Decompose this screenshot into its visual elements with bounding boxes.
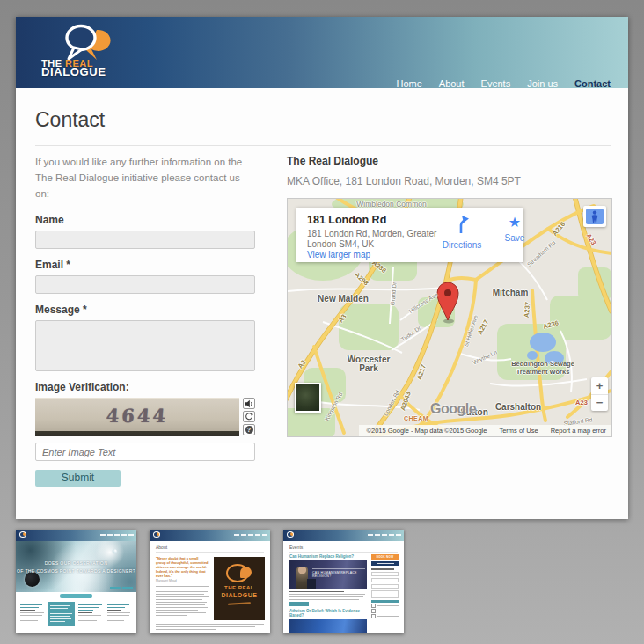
about-quote: "Never doubt that a small group of thoug… xyxy=(156,556,209,578)
map-card-address: 181 London Rd, Morden, Greater London SM… xyxy=(307,229,436,250)
thumb-logo-icon xyxy=(287,531,295,539)
sidebar-textarea xyxy=(371,590,399,598)
thumb-header xyxy=(283,530,404,541)
thumb-nav xyxy=(100,534,134,536)
save-label: Save xyxy=(490,233,539,243)
captcha-code: 4644 xyxy=(35,405,239,427)
map-label-beddington-2: Treatment Works xyxy=(516,368,570,376)
satellite-minimap[interactable] xyxy=(295,383,321,413)
pegman-icon xyxy=(586,209,604,224)
card-divider xyxy=(487,216,487,253)
name-label: Name xyxy=(35,214,255,226)
event-1-title: Can Humanism Replace Religion? xyxy=(289,554,367,559)
hero-line-1: DOES OUR OBSERVATION xyxy=(16,560,136,566)
speaker-icon xyxy=(245,399,253,408)
event-card xyxy=(77,602,104,626)
about-footer-text xyxy=(156,622,264,632)
nav-join-us[interactable]: Join us xyxy=(527,78,558,89)
map-label-beddington-1: Beddington Sewage xyxy=(511,360,574,368)
about-body-text xyxy=(156,584,209,618)
about-logo-tagline xyxy=(228,602,251,605)
about-logo-image: THE REAL DIALOGUE xyxy=(214,557,265,620)
sidebar-input xyxy=(371,572,399,576)
event-card xyxy=(19,602,46,626)
map-zoom-control: + − xyxy=(591,377,608,411)
google-watermark: Google xyxy=(430,401,476,417)
event-card xyxy=(106,602,133,626)
map-info-card: 181 London Rd 181 London Rd, Morden, Gre… xyxy=(296,208,523,262)
nav-contact[interactable]: Contact xyxy=(574,78,611,89)
map-label-park: Park xyxy=(359,363,378,373)
event-1-photo: CAN HUMANISM REPLACE RELIGION? xyxy=(289,560,367,589)
email-field[interactable] xyxy=(35,275,255,294)
message-label: Message * xyxy=(35,304,255,316)
captcha-refresh-button[interactable] xyxy=(243,411,255,422)
hero-line-2: OF THE COSMOS POINT TOWARDS A DESIGNER? xyxy=(16,568,136,574)
site-logo[interactable]: THE REAL DIALOGUE xyxy=(40,20,137,85)
thumbnail-about-page[interactable]: About "Never doubt that a small group of… xyxy=(150,530,270,633)
thumb-header xyxy=(16,530,136,541)
map-card-address-line1: 181 London Rd, Morden, Greater xyxy=(307,229,436,239)
captcha-help-button[interactable]: ? xyxy=(243,424,255,435)
map-label-new-malden: New Malden xyxy=(318,294,369,304)
directions-icon xyxy=(453,215,471,234)
zoom-out-button[interactable]: − xyxy=(591,395,608,412)
thumb-nav xyxy=(368,534,401,536)
about-logo-dialogue: DIALOGUE xyxy=(214,592,265,598)
captcha-audio-button[interactable] xyxy=(243,398,255,409)
main-nav: Home About Events Join us Contact xyxy=(396,78,611,89)
map-copyright: ©2015 Google - Map data ©2015 Google xyxy=(366,427,487,435)
about-logo-real: REAL xyxy=(238,585,254,590)
help-icon: ? xyxy=(245,426,253,434)
upcoming-events-pill xyxy=(60,594,92,598)
save-button[interactable]: ★ Save xyxy=(490,215,539,243)
thumb-logo-icon xyxy=(153,531,161,539)
nav-home[interactable]: Home xyxy=(396,78,421,89)
thumb-hero-image: DOES OUR OBSERVATION OF THE COSMOS POINT… xyxy=(16,541,136,592)
nav-about[interactable]: About xyxy=(439,78,465,89)
thumb-header xyxy=(150,530,270,541)
name-field[interactable] xyxy=(35,231,255,249)
book-now-button: BOOK NOW xyxy=(371,554,399,560)
report-map-error-link[interactable]: Report a map error xyxy=(551,427,606,435)
thumb-logo-icon xyxy=(19,531,27,539)
pegman-button[interactable] xyxy=(583,206,606,227)
map-ref-a237: A237 xyxy=(523,302,532,318)
refresh-icon xyxy=(245,413,253,421)
newsletter-button xyxy=(371,561,399,566)
org-name: The Real Dialogue xyxy=(287,155,611,167)
page-title: Contact xyxy=(35,108,105,132)
thumb-divider xyxy=(289,552,398,553)
map-label-cheam: CHEAM xyxy=(404,415,428,421)
directions-button[interactable]: Directions xyxy=(437,215,487,250)
google-map-embed[interactable]: Wimbledon Common New Malden Mitcham Worc… xyxy=(287,198,612,437)
sidebar-checkbox-row xyxy=(371,604,399,608)
sidebar-input xyxy=(371,584,399,589)
star-icon: ★ xyxy=(509,215,521,230)
event-1-photo-caption: CAN HUMANISM REPLACE RELIGION? xyxy=(312,568,365,578)
captcha-text-input[interactable] xyxy=(35,443,255,461)
org-address: MKA Office, 181 London Road, Morden, SM4… xyxy=(287,175,611,187)
contact-info-column: The Real Dialogue MKA Office, 181 London… xyxy=(287,155,611,437)
zoom-in-button[interactable]: + xyxy=(591,377,608,395)
contact-form-column: If you would like any further informatio… xyxy=(35,155,255,487)
message-field[interactable] xyxy=(35,320,255,371)
about-logo-the: THE xyxy=(224,585,237,590)
thumbnail-home-page[interactable]: DOES OUR OBSERVATION OF THE COSMOS POINT… xyxy=(16,530,136,633)
captcha-controls: ? xyxy=(243,398,255,436)
event-2-title: Atheism Or Belief: Which Is Evidence Bas… xyxy=(289,609,367,618)
view-larger-map-link[interactable]: View larger map xyxy=(307,250,370,260)
thumb-event-cards xyxy=(19,602,133,626)
nav-events[interactable]: Events xyxy=(481,78,511,89)
submit-button[interactable]: Submit xyxy=(35,470,121,487)
map-attribution-bar: ©2015 Google - Map data ©2015 Google Ter… xyxy=(359,425,611,436)
terms-of-use-link[interactable]: Terms of Use xyxy=(499,427,538,435)
speech-bubble-filled-icon xyxy=(240,567,252,578)
captcha-row: 4644 ? xyxy=(35,398,255,436)
thumbnail-events-page[interactable]: Events Can Humanism Replace Religion? CA… xyxy=(283,530,404,633)
event-card-highlighted xyxy=(48,602,75,626)
read-more-button xyxy=(289,602,309,606)
events-sidebar: BOOK NOW xyxy=(371,554,399,619)
title-divider xyxy=(35,145,611,146)
site-header: THE REAL DIALOGUE Home About Events Join… xyxy=(16,17,628,88)
